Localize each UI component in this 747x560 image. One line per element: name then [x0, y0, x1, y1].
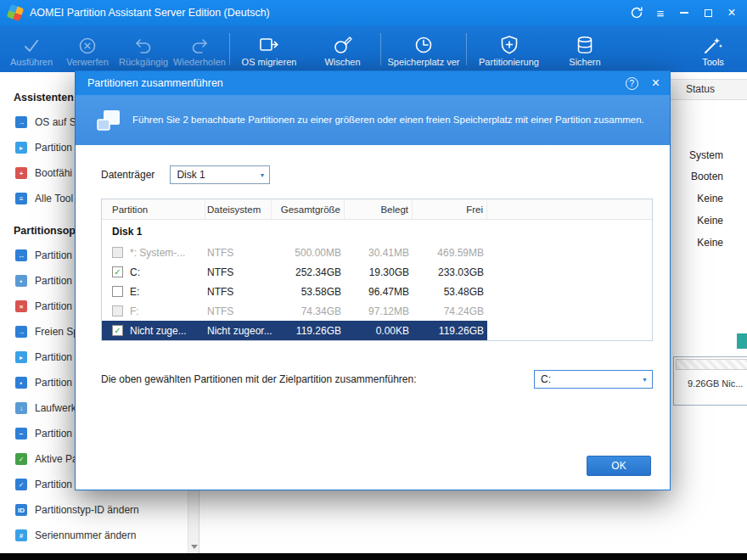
filesystem-value: NTFS	[205, 262, 272, 282]
all-tools-icon: ≡	[15, 193, 27, 204]
toolbar-apply-button[interactable]: Ausführen	[3, 25, 59, 72]
disk-status-row[interactable]: Keine	[697, 215, 723, 232]
toolbar-separator	[466, 33, 467, 65]
change-drive-letter-icon: ↓	[15, 402, 27, 414]
allocate-free-space-icon: →	[15, 326, 27, 338]
free-value: 233.03GB	[413, 262, 487, 282]
checkbox-icon[interactable]	[112, 286, 123, 297]
disk-select-value: Disk 1	[177, 169, 205, 181]
toolbar-redo-button[interactable]: Wiederholen	[171, 25, 227, 72]
used-value: 30.41MB	[345, 243, 413, 262]
app-logo-icon	[7, 4, 25, 22]
partition-recovery-icon: ▸	[15, 142, 27, 154]
partition-name: C:	[130, 266, 140, 278]
minimize-icon	[680, 12, 688, 14]
close-icon: ×	[727, 6, 735, 20]
disk-status-row[interactable]: Booten	[691, 171, 723, 188]
wipe-icon	[332, 31, 354, 56]
partition-row-e[interactable]: E: NTFS 53.58GB 96.47MB 53.48GB	[102, 282, 652, 301]
toolbar-tools-button[interactable]: Tools	[688, 25, 739, 72]
toolbar-partitioning-button[interactable]: Partitionierung	[469, 25, 549, 72]
chevron-down-icon	[191, 545, 198, 549]
minimize-button[interactable]	[672, 0, 696, 25]
menu-button[interactable]: ≡	[649, 0, 672, 25]
partition-row-c[interactable]: ✓ C: NTFS 252.34GB 19.30GB 233.03GB	[102, 262, 652, 282]
toolbar-undo-button[interactable]: Rückgängig	[115, 25, 171, 72]
column-header-used: Belegt	[345, 199, 413, 219]
toolbar-migrate-os-button[interactable]: OS migrieren	[232, 25, 306, 72]
toolbar-separator	[229, 33, 230, 65]
caret-down-icon: ▼	[642, 377, 648, 383]
free-value: 53.48GB	[413, 282, 487, 301]
dialog-banner: Führen Sie 2 benachbarte Partitionen zu …	[76, 95, 670, 145]
target-partition-value: C:	[541, 373, 551, 385]
used-value: 97.12MB	[345, 301, 413, 321]
used-value: 19.30GB	[345, 262, 413, 282]
caret-down-icon: ▼	[259, 172, 265, 178]
close-button[interactable]: ×	[720, 0, 744, 25]
checkbox-icon[interactable]	[112, 305, 123, 316]
merge-partitions-icon: ▪	[15, 275, 27, 287]
free-value: 74.24GB	[413, 301, 487, 321]
toolbar-wipe-button[interactable]: Wischen	[306, 25, 379, 72]
checkbox-checked-icon[interactable]: ✓	[112, 325, 123, 336]
partition-name: F:	[130, 305, 139, 317]
filesystem-value: NTFS	[205, 243, 272, 262]
menu-icon: ≡	[657, 6, 665, 20]
column-header-partition: Partition	[102, 199, 205, 219]
main-toolbar: Ausführen Verwerfen Rückgängig Wiederhol…	[0, 25, 747, 72]
refresh-icon	[630, 6, 643, 20]
toolbar-backup-button[interactable]: Sichern	[549, 25, 621, 72]
checkbox-icon[interactable]	[112, 247, 123, 258]
disk-group-row: Disk 1	[102, 220, 652, 243]
split-partition-icon: ×	[15, 300, 27, 312]
partition-bar-fragment	[737, 333, 747, 349]
maximize-button[interactable]	[696, 0, 720, 25]
total-size-value: 500.00MB	[272, 243, 345, 262]
disk-status-row[interactable]: Keine	[697, 193, 723, 210]
target-partition-dropdown[interactable]: C: ▼	[534, 370, 653, 389]
partition-row-system[interactable]: *: System-... NTFS 500.00MB 30.41MB 469.…	[102, 243, 652, 262]
disk-select-label: Datenträger	[101, 169, 154, 181]
total-size-value: 119.26GB	[272, 321, 345, 340]
allocate-space-icon	[413, 31, 435, 56]
ok-button[interactable]: OK	[587, 456, 651, 476]
os-migrate-icon: →	[15, 116, 27, 128]
refresh-button[interactable]	[625, 0, 649, 25]
check-partition-icon: ✓	[15, 479, 27, 490]
used-value: 96.47MB	[345, 282, 413, 301]
partition-row-unallocated[interactable]: ✓ Nicht zuge... Nicht zugeor... 119.26GB…	[102, 321, 652, 340]
dialog-title: Partitionen zusammenführen	[87, 77, 626, 89]
scrollbar-down-button[interactable]	[188, 540, 199, 552]
resize-partition-icon: ↔	[15, 249, 27, 261]
disk-select-dropdown[interactable]: Disk 1 ▼	[170, 165, 270, 184]
column-header-free: Frei	[413, 199, 487, 219]
checkbox-checked-icon[interactable]: ✓	[112, 266, 123, 277]
partition-row-f[interactable]: F: NTFS 74.34GB 97.12MB 74.24GB	[102, 301, 652, 321]
toolbar-allocate-space-button[interactable]: Speicherplatz ver	[383, 25, 464, 72]
dialog-help-button[interactable]: ?	[626, 77, 638, 90]
dialog-close-button[interactable]: ×	[652, 76, 660, 90]
disk-status-row[interactable]: Keine	[697, 237, 723, 254]
filesystem-value: NTFS	[205, 282, 272, 301]
sidebar-item-change-partition-type-id[interactable]: ID Partitionstyp-ID ändern	[0, 497, 188, 523]
column-header-filesystem: Dateisystem	[205, 199, 272, 219]
disk-status-row[interactable]: System	[689, 149, 723, 166]
backup-icon	[574, 31, 596, 56]
column-header-total-size: Gesamtgröße	[272, 199, 345, 219]
dialog-description: Führen Sie 2 benachbarte Partitionen zu …	[132, 114, 644, 127]
status-column-header: Status	[671, 83, 730, 95]
toolbar-discard-button[interactable]: Verwerfen	[59, 25, 115, 72]
partition-table: Partition Dateisystem Gesamtgröße Belegt…	[101, 199, 653, 341]
unallocated-disk-block[interactable]: 9.26GB Nic...	[673, 356, 747, 406]
total-size-value: 53.58GB	[272, 282, 345, 301]
migrate-os-icon	[258, 31, 280, 56]
tools-wand-icon	[702, 31, 724, 56]
change-partition-type-id-icon: ID	[15, 504, 27, 516]
undo-icon	[133, 31, 154, 56]
maximize-icon	[705, 9, 712, 17]
discard-icon	[77, 31, 98, 56]
sidebar-item-change-serial-number[interactable]: # Seriennummer ändern	[0, 523, 188, 548]
partitioning-shield-icon	[498, 31, 520, 56]
partition-name: *: System-...	[130, 247, 185, 259]
